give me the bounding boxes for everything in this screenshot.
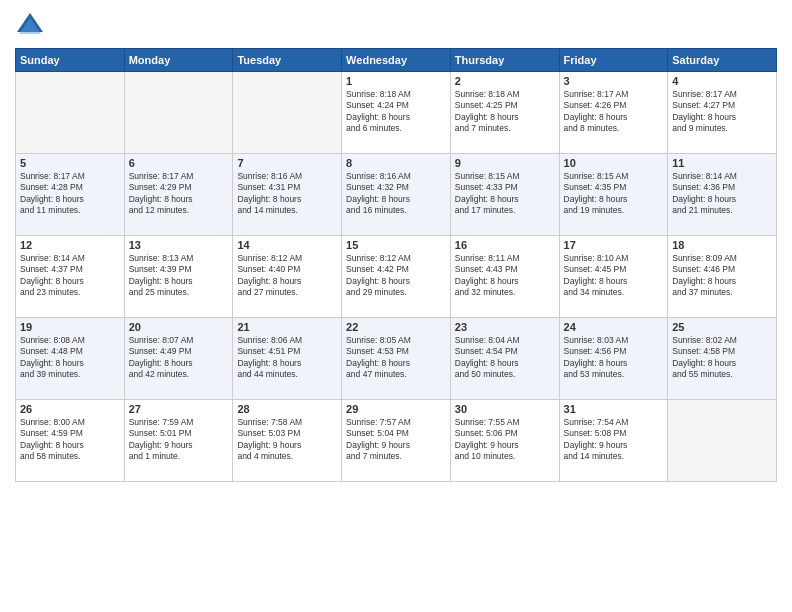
day-info: Sunrise: 8:16 AM Sunset: 4:32 PM Dayligh… [346,171,446,217]
day-info: Sunrise: 8:00 AM Sunset: 4:59 PM Dayligh… [20,417,120,463]
calendar-day-17: 17Sunrise: 8:10 AM Sunset: 4:45 PM Dayli… [559,236,668,318]
calendar-day-10: 10Sunrise: 8:15 AM Sunset: 4:35 PM Dayli… [559,154,668,236]
day-number: 9 [455,157,555,169]
calendar-day-empty [124,72,233,154]
day-number: 23 [455,321,555,333]
day-info: Sunrise: 7:55 AM Sunset: 5:06 PM Dayligh… [455,417,555,463]
day-number: 11 [672,157,772,169]
calendar-day-18: 18Sunrise: 8:09 AM Sunset: 4:46 PM Dayli… [668,236,777,318]
day-number: 15 [346,239,446,251]
calendar-day-4: 4Sunrise: 8:17 AM Sunset: 4:27 PM Daylig… [668,72,777,154]
day-info: Sunrise: 8:17 AM Sunset: 4:28 PM Dayligh… [20,171,120,217]
calendar-day-15: 15Sunrise: 8:12 AM Sunset: 4:42 PM Dayli… [342,236,451,318]
calendar-day-empty [668,400,777,482]
calendar-day-5: 5Sunrise: 8:17 AM Sunset: 4:28 PM Daylig… [16,154,125,236]
calendar-day-31: 31Sunrise: 7:54 AM Sunset: 5:08 PM Dayli… [559,400,668,482]
calendar-day-2: 2Sunrise: 8:18 AM Sunset: 4:25 PM Daylig… [450,72,559,154]
day-number: 25 [672,321,772,333]
logo [15,10,49,40]
day-info: Sunrise: 8:17 AM Sunset: 4:27 PM Dayligh… [672,89,772,135]
day-info: Sunrise: 8:08 AM Sunset: 4:48 PM Dayligh… [20,335,120,381]
day-number: 6 [129,157,229,169]
calendar-day-14: 14Sunrise: 8:12 AM Sunset: 4:40 PM Dayli… [233,236,342,318]
calendar-day-3: 3Sunrise: 8:17 AM Sunset: 4:26 PM Daylig… [559,72,668,154]
calendar-day-28: 28Sunrise: 7:58 AM Sunset: 5:03 PM Dayli… [233,400,342,482]
calendar-week-row: 1Sunrise: 8:18 AM Sunset: 4:24 PM Daylig… [16,72,777,154]
day-info: Sunrise: 8:06 AM Sunset: 4:51 PM Dayligh… [237,335,337,381]
calendar-day-empty [16,72,125,154]
day-info: Sunrise: 8:12 AM Sunset: 4:42 PM Dayligh… [346,253,446,299]
day-number: 21 [237,321,337,333]
day-number: 24 [564,321,664,333]
calendar-week-row: 19Sunrise: 8:08 AM Sunset: 4:48 PM Dayli… [16,318,777,400]
calendar-day-21: 21Sunrise: 8:06 AM Sunset: 4:51 PM Dayli… [233,318,342,400]
calendar-week-row: 26Sunrise: 8:00 AM Sunset: 4:59 PM Dayli… [16,400,777,482]
day-number: 19 [20,321,120,333]
day-number: 28 [237,403,337,415]
day-info: Sunrise: 8:18 AM Sunset: 4:25 PM Dayligh… [455,89,555,135]
header [15,10,777,40]
day-header-friday: Friday [559,49,668,72]
day-number: 8 [346,157,446,169]
day-number: 31 [564,403,664,415]
calendar-day-16: 16Sunrise: 8:11 AM Sunset: 4:43 PM Dayli… [450,236,559,318]
day-number: 13 [129,239,229,251]
calendar-day-25: 25Sunrise: 8:02 AM Sunset: 4:58 PM Dayli… [668,318,777,400]
calendar-day-26: 26Sunrise: 8:00 AM Sunset: 4:59 PM Dayli… [16,400,125,482]
calendar-day-12: 12Sunrise: 8:14 AM Sunset: 4:37 PM Dayli… [16,236,125,318]
day-header-sunday: Sunday [16,49,125,72]
day-number: 3 [564,75,664,87]
day-info: Sunrise: 8:17 AM Sunset: 4:29 PM Dayligh… [129,171,229,217]
day-number: 17 [564,239,664,251]
day-number: 14 [237,239,337,251]
day-info: Sunrise: 8:10 AM Sunset: 4:45 PM Dayligh… [564,253,664,299]
calendar-day-24: 24Sunrise: 8:03 AM Sunset: 4:56 PM Dayli… [559,318,668,400]
day-number: 16 [455,239,555,251]
day-info: Sunrise: 8:12 AM Sunset: 4:40 PM Dayligh… [237,253,337,299]
day-header-saturday: Saturday [668,49,777,72]
day-number: 10 [564,157,664,169]
day-header-monday: Monday [124,49,233,72]
day-number: 12 [20,239,120,251]
day-info: Sunrise: 7:57 AM Sunset: 5:04 PM Dayligh… [346,417,446,463]
day-number: 27 [129,403,229,415]
calendar-day-1: 1Sunrise: 8:18 AM Sunset: 4:24 PM Daylig… [342,72,451,154]
day-info: Sunrise: 8:16 AM Sunset: 4:31 PM Dayligh… [237,171,337,217]
day-info: Sunrise: 8:15 AM Sunset: 4:33 PM Dayligh… [455,171,555,217]
calendar-day-22: 22Sunrise: 8:05 AM Sunset: 4:53 PM Dayli… [342,318,451,400]
calendar-day-19: 19Sunrise: 8:08 AM Sunset: 4:48 PM Dayli… [16,318,125,400]
day-info: Sunrise: 8:04 AM Sunset: 4:54 PM Dayligh… [455,335,555,381]
day-header-wednesday: Wednesday [342,49,451,72]
day-header-tuesday: Tuesday [233,49,342,72]
calendar-week-row: 5Sunrise: 8:17 AM Sunset: 4:28 PM Daylig… [16,154,777,236]
day-info: Sunrise: 8:07 AM Sunset: 4:49 PM Dayligh… [129,335,229,381]
day-number: 7 [237,157,337,169]
day-info: Sunrise: 7:59 AM Sunset: 5:01 PM Dayligh… [129,417,229,463]
day-number: 18 [672,239,772,251]
day-number: 26 [20,403,120,415]
day-info: Sunrise: 7:54 AM Sunset: 5:08 PM Dayligh… [564,417,664,463]
day-info: Sunrise: 8:15 AM Sunset: 4:35 PM Dayligh… [564,171,664,217]
calendar-day-23: 23Sunrise: 8:04 AM Sunset: 4:54 PM Dayli… [450,318,559,400]
calendar-day-20: 20Sunrise: 8:07 AM Sunset: 4:49 PM Dayli… [124,318,233,400]
logo-icon [15,10,45,40]
day-info: Sunrise: 8:13 AM Sunset: 4:39 PM Dayligh… [129,253,229,299]
calendar-day-13: 13Sunrise: 8:13 AM Sunset: 4:39 PM Dayli… [124,236,233,318]
calendar-day-29: 29Sunrise: 7:57 AM Sunset: 5:04 PM Dayli… [342,400,451,482]
day-number: 4 [672,75,772,87]
calendar-day-27: 27Sunrise: 7:59 AM Sunset: 5:01 PM Dayli… [124,400,233,482]
day-info: Sunrise: 8:14 AM Sunset: 4:37 PM Dayligh… [20,253,120,299]
day-info: Sunrise: 8:05 AM Sunset: 4:53 PM Dayligh… [346,335,446,381]
day-number: 29 [346,403,446,415]
day-number: 5 [20,157,120,169]
day-number: 2 [455,75,555,87]
page: SundayMondayTuesdayWednesdayThursdayFrid… [0,0,792,612]
calendar: SundayMondayTuesdayWednesdayThursdayFrid… [15,48,777,482]
day-number: 20 [129,321,229,333]
calendar-header-row: SundayMondayTuesdayWednesdayThursdayFrid… [16,49,777,72]
day-number: 22 [346,321,446,333]
calendar-day-8: 8Sunrise: 8:16 AM Sunset: 4:32 PM Daylig… [342,154,451,236]
calendar-day-6: 6Sunrise: 8:17 AM Sunset: 4:29 PM Daylig… [124,154,233,236]
day-info: Sunrise: 8:17 AM Sunset: 4:26 PM Dayligh… [564,89,664,135]
day-info: Sunrise: 8:02 AM Sunset: 4:58 PM Dayligh… [672,335,772,381]
